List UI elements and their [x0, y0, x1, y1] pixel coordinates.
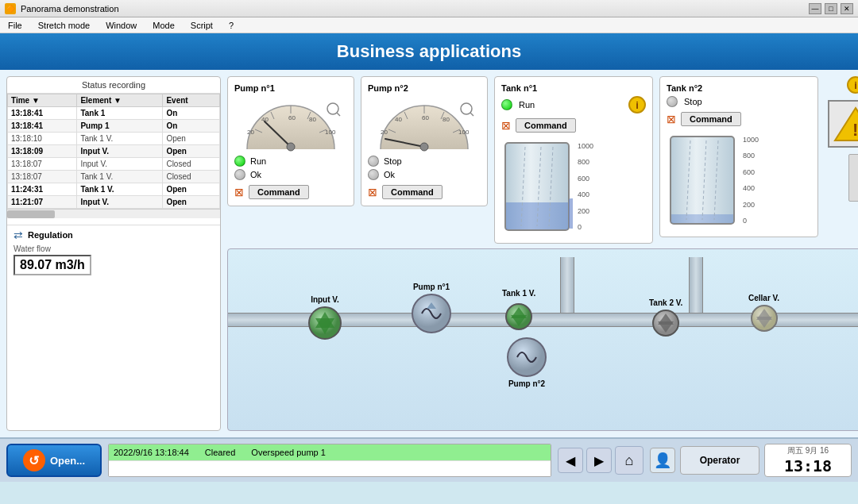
pipe-v-tank2 — [689, 257, 703, 313]
main-content: Status recording Time ▼ Element ▼ Event … — [0, 70, 858, 437]
pump2-gauge: 60 40 20 80 100 — [373, 98, 476, 153]
pump2-ok-led — [368, 169, 379, 180]
tank1-panel: Tank n°1 Run i ⊠ Command — [494, 76, 653, 244]
regulation-panel: ⇄ Regulation Water flow 89.07 m3/h — [7, 225, 220, 279]
col-time: Time ▼ — [8, 94, 77, 107]
open-label: Open... — [50, 455, 85, 467]
open-icon: ↺ — [23, 449, 45, 471]
warning-box: ! — [828, 100, 858, 148]
pump2-title: Pump n°2 — [368, 83, 481, 93]
title-bar: 🔶 Panorama demonstration — □ ✕ — [0, 0, 858, 17]
pump2-command-row: ⊠ Command — [368, 185, 481, 199]
pump2-stop-indicator: Stop — [368, 156, 481, 167]
regulation-icon: ⇄ — [14, 229, 23, 241]
svg-rect-33 — [569, 198, 573, 229]
page-title: Business applications — [337, 41, 521, 62]
tank1-info-icon[interactable]: i — [628, 96, 646, 113]
right-info-panel: i ! — [828, 76, 858, 210]
pump1-title: Pump n°1 — [234, 83, 347, 93]
next-button[interactable]: ▶ — [586, 448, 612, 473]
svg-line-13 — [337, 113, 340, 116]
pump2-diagram-label: Pump n°2 — [508, 379, 545, 388]
tank1v-svg[interactable] — [504, 299, 533, 334]
menu-file[interactable]: File — [5, 21, 25, 30]
cellarv-container: Cellar V. — [748, 294, 779, 333]
table-row: 11:24:31Tank 1 V.Open — [8, 183, 220, 196]
user-area: 👤 Operator 周五 9月 16 13:18 — [650, 444, 852, 477]
nav-controls: ◀ ▶ ⌂ — [558, 446, 644, 475]
table-row: 13:18:07Tank 1 V.Closed — [8, 171, 220, 183]
pump2-command-button[interactable]: Command — [382, 185, 443, 199]
pump1-ok-indicator: Ok — [234, 169, 347, 180]
menu-mode[interactable]: Mode — [149, 21, 178, 30]
cellarv-svg[interactable] — [750, 304, 779, 333]
svg-text:100: 100 — [325, 129, 336, 136]
bottom-bar: ↺ Open... 2022/9/16 13:18:44 Cleared Ove… — [0, 437, 858, 482]
tank2-panel: Tank n°2 Stop ⊠ Command — [659, 76, 818, 237]
tank2v-svg[interactable] — [651, 309, 680, 337]
alarm-row-empty — [109, 461, 551, 477]
svg-point-12 — [327, 103, 338, 114]
tank1-command-button[interactable]: Command — [516, 118, 576, 133]
alarm-message: Overspeed pump 1 — [251, 448, 326, 457]
pump1-command-button[interactable]: Command — [249, 185, 309, 199]
app-title: Panorama demonstration — [21, 4, 119, 13]
menu-help[interactable]: ? — [226, 21, 237, 30]
svg-text:20: 20 — [381, 129, 388, 136]
alarm-row-cleared: 2022/9/16 13:18:44 Cleared Overspeed pum… — [109, 444, 551, 461]
svg-text:80: 80 — [309, 116, 316, 123]
pump1-run-label: Run — [250, 156, 266, 166]
tank2-title: Tank n°2 — [667, 83, 811, 93]
right-info-icon[interactable]: i — [847, 76, 858, 94]
pump1-run-led — [234, 156, 245, 167]
svg-text:60: 60 — [288, 114, 296, 121]
table-row: 11:21:07Input V.Open — [8, 196, 220, 209]
alarm-status: Cleared — [205, 448, 236, 457]
tank1v-label: Tank 1 V. — [502, 289, 535, 298]
tank1-run-label: Run — [519, 100, 535, 110]
tank2-scale: 1000 800 600 400 200 0 — [743, 133, 759, 228]
table-row: 13:18:41Pump 1On — [8, 120, 220, 133]
prev-button[interactable]: ◀ — [558, 448, 583, 473]
tank2-body-container — [667, 133, 738, 230]
operator-button[interactable]: Operator — [680, 446, 759, 475]
tank1-svg — [501, 139, 573, 234]
svg-point-26 — [461, 103, 472, 114]
menu-script[interactable]: Script — [187, 21, 216, 30]
svg-text:20: 20 — [247, 129, 254, 136]
status-table: Time ▼ Element ▼ Event 13:18:41Tank 1On … — [7, 94, 220, 209]
menu-stretch[interactable]: Stretch mode — [35, 21, 93, 30]
tank2-cmd-icon: ⊠ — [667, 113, 676, 125]
pump1-diagram-container: Pump n°1 — [411, 283, 452, 334]
svg-text:80: 80 — [443, 116, 450, 123]
status-scrollbar[interactable] — [7, 209, 220, 218]
pump1-panel: Pump n°1 60 — [227, 76, 354, 206]
maximize-button[interactable]: □ — [825, 3, 837, 14]
tank1-command-row: ⊠ Command — [501, 118, 646, 133]
top-row: Pump n°1 60 — [227, 76, 858, 244]
datetime-box: 周五 9月 16 13:18 — [764, 444, 852, 477]
input-valve-container: Input V. — [307, 295, 342, 340]
tank2-command-button[interactable]: Command — [681, 112, 741, 126]
svg-point-11 — [287, 143, 295, 151]
tank1v-container: Tank 1 V. — [502, 289, 535, 334]
pump2-diagram-svg[interactable] — [506, 337, 547, 378]
pump1-cmd-icon: ⊠ — [234, 186, 244, 198]
minimize-button[interactable]: — — [809, 3, 821, 14]
date-display: 周五 9月 16 — [787, 445, 829, 456]
pump2-ok-indicator: Ok — [368, 169, 481, 180]
pump1-ok-led — [234, 169, 245, 180]
right-scrollbar[interactable] — [848, 154, 858, 202]
open-button[interactable]: ↺ Open... — [6, 444, 102, 477]
pump1-diagram-svg[interactable] — [411, 293, 452, 334]
input-valve-svg[interactable] — [307, 306, 342, 340]
pump2-diagram-container: Pump n°2 — [506, 337, 547, 388]
home-button[interactable]: ⌂ — [615, 446, 644, 475]
svg-text:60: 60 — [422, 114, 429, 121]
menu-window[interactable]: Window — [102, 21, 140, 30]
tank2-stop-led — [667, 96, 678, 107]
close-button[interactable]: ✕ — [841, 3, 853, 14]
pump1-command-row: ⊠ Command — [234, 185, 347, 199]
status-panel: Status recording Time ▼ Element ▼ Event … — [6, 76, 221, 431]
pump1-diagram-label: Pump n°1 — [413, 283, 450, 291]
